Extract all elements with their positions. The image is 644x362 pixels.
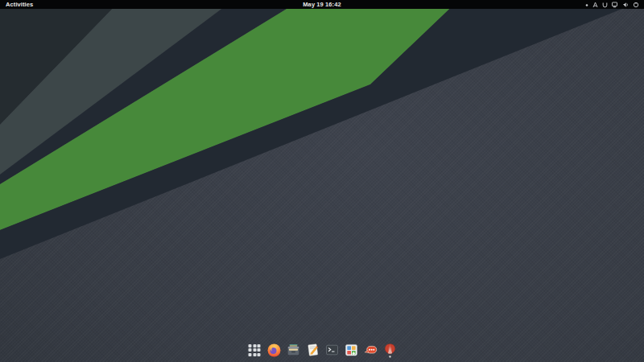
activities-button[interactable]: Activities bbox=[0, 0, 39, 9]
top-bar: Activities May 19 16:42 bbox=[0, 0, 644, 9]
software-launcher[interactable] bbox=[344, 343, 359, 360]
dash-dock bbox=[247, 343, 398, 360]
terminal-icon bbox=[324, 343, 339, 357]
clock-label[interactable]: May 19 16:42 bbox=[303, 0, 341, 9]
file-manager-icon bbox=[286, 343, 300, 357]
firefox-launcher[interactable] bbox=[266, 343, 282, 360]
chat-bubble-icon bbox=[363, 343, 378, 357]
battery-icon[interactable] bbox=[633, 2, 639, 8]
text-editor-icon bbox=[305, 343, 320, 357]
files-launcher[interactable] bbox=[286, 343, 301, 360]
network-wired-icon[interactable] bbox=[611, 2, 618, 8]
software-store-icon bbox=[344, 343, 358, 357]
hot-air-balloon-icon bbox=[382, 343, 397, 360]
microphone-icon[interactable] bbox=[602, 2, 608, 8]
input-source-icon[interactable] bbox=[592, 2, 598, 8]
chat-launcher[interactable] bbox=[363, 343, 378, 360]
firefox-icon bbox=[266, 343, 281, 357]
desktop-wallpaper bbox=[0, 0, 644, 362]
terminal-launcher[interactable] bbox=[324, 343, 340, 360]
system-status-area[interactable] bbox=[584, 0, 644, 9]
volume-icon[interactable] bbox=[622, 2, 630, 8]
app-grid-icon bbox=[249, 344, 261, 356]
show-applications-button[interactable] bbox=[247, 343, 262, 360]
wallpaper-diagonal-stripes bbox=[0, 0, 644, 362]
text-editor-launcher[interactable] bbox=[305, 343, 320, 360]
tour-launcher[interactable] bbox=[382, 343, 398, 360]
indicator-dot-icon[interactable] bbox=[584, 2, 589, 8]
